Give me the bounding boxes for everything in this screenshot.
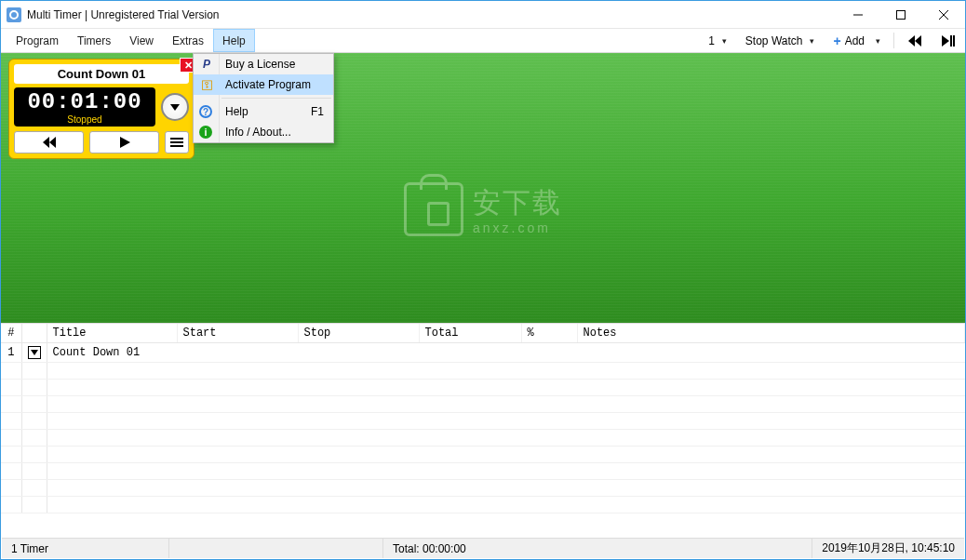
col-notes[interactable]: Notes (577, 324, 965, 343)
hamburger-icon (170, 136, 183, 149)
bag-icon (404, 182, 463, 236)
timer-grid[interactable]: # Title Start Stop Total % Notes 1 Count… (1, 323, 965, 537)
menubar: Program Timers View Extras Help 1▾ Stop … (1, 29, 965, 53)
timer-play-button[interactable] (89, 131, 159, 153)
timer-mode-value: Stop Watch (745, 34, 803, 47)
status-left: 1 Timer (2, 539, 169, 558)
help-help[interactable]: ? Help F1 (194, 101, 333, 122)
svg-marker-10 (43, 137, 49, 148)
table-row[interactable] (1, 497, 965, 513)
help-buy-license[interactable]: P Buy a License (194, 54, 333, 74)
toolbar-separator (893, 33, 894, 48)
help-shortcut: F1 (311, 105, 324, 118)
countdown-icon (28, 346, 41, 359)
key-icon: ⚿ (199, 77, 214, 92)
table-row[interactable] (1, 380, 965, 396)
col-start[interactable]: Start (177, 324, 298, 343)
timer-count-value: 1 (708, 34, 715, 47)
add-label: Add (845, 34, 865, 47)
info-icon: i (199, 126, 212, 139)
chevron-down-icon: ▾ (876, 36, 880, 46)
timer-time: 00:01:00 (14, 91, 155, 113)
col-type[interactable] (21, 324, 47, 343)
help-activate-label: Activate Program (225, 78, 311, 91)
svg-marker-12 (120, 137, 130, 148)
table-row[interactable] (1, 480, 965, 497)
svg-marker-9 (170, 104, 180, 111)
col-total[interactable]: Total (419, 324, 521, 343)
timer-mode-field[interactable]: Stop Watch▾ (736, 29, 825, 52)
col-title[interactable]: Title (47, 324, 177, 343)
table-row[interactable] (1, 413, 965, 430)
titlebar: Multi Timer | Unregistered Trial Version (1, 1, 965, 29)
play-pause-button[interactable] (932, 29, 965, 52)
menu-view[interactable]: View (120, 29, 163, 52)
timer-widget[interactable]: ✕ Count Down 01 00:01:00 Stopped (8, 59, 195, 159)
watermark-line1: 安下载 (473, 184, 562, 222)
col-num[interactable]: # (1, 324, 21, 343)
help-about-label: Info / About... (225, 126, 291, 139)
plus-icon: + (833, 33, 840, 48)
table-row[interactable]: 1 Count Down 01 (1, 343, 965, 363)
menu-extras[interactable]: Extras (163, 29, 213, 52)
table-row[interactable] (1, 430, 965, 447)
status-right: 2019年10月28日, 10:45:10 (812, 539, 964, 558)
table-row[interactable] (1, 447, 965, 463)
watermark-line2: anxz.com (473, 220, 562, 235)
timer-display: 00:01:00 Stopped (14, 87, 155, 127)
statusbar: 1 Timer Total: 00:00:00 2019年10月28日, 10:… (2, 538, 964, 558)
menu-timers[interactable]: Timers (68, 29, 120, 52)
workspace: 安下载 anxz.com ✕ Count Down 01 00:01:00 St… (1, 53, 965, 323)
svg-marker-4 (908, 35, 915, 47)
col-pct[interactable]: % (521, 324, 577, 343)
help-icon: ? (199, 105, 212, 118)
table-row[interactable] (1, 396, 965, 413)
help-dropdown: P Buy a License ⚿ Activate Program ? Hel… (193, 53, 334, 143)
menu-separator (221, 98, 331, 99)
svg-marker-6 (942, 35, 949, 47)
help-buy-label: Buy a License (225, 58, 295, 71)
status-center: Total: 00:00:00 (383, 539, 812, 558)
chevron-down-icon: ▾ (810, 36, 814, 46)
svg-marker-11 (49, 137, 56, 148)
help-about[interactable]: i Info / About... (194, 122, 333, 142)
paypal-icon: P (199, 57, 214, 72)
add-button[interactable]: +Add▾ (824, 29, 890, 52)
menu-help[interactable]: Help (213, 29, 255, 52)
window-title: Multi Timer | Unregistered Trial Version (27, 8, 220, 21)
chevron-down-icon: ▾ (722, 36, 727, 46)
app-icon (7, 7, 21, 22)
menu-program[interactable]: Program (7, 29, 68, 52)
rewind-button[interactable] (898, 29, 932, 52)
maximize-button[interactable] (879, 1, 922, 29)
svg-rect-7 (950, 35, 952, 47)
help-activate-program[interactable]: ⚿ Activate Program (194, 74, 333, 95)
grid-header-row: # Title Start Stop Total % Notes (1, 324, 965, 343)
status-blank1 (169, 539, 383, 558)
timer-dropdown-button[interactable] (161, 93, 189, 121)
svg-marker-5 (915, 35, 921, 47)
table-row[interactable] (1, 463, 965, 480)
close-button[interactable] (922, 1, 965, 29)
col-stop[interactable]: Stop (298, 324, 419, 343)
watermark: 安下载 anxz.com (404, 182, 562, 236)
timer-title[interactable]: Count Down 01 (14, 64, 189, 84)
help-help-label: Help (225, 105, 248, 118)
timer-rewind-button[interactable] (14, 131, 84, 153)
minimize-button[interactable] (837, 1, 879, 29)
svg-rect-8 (953, 35, 955, 47)
timer-count-field[interactable]: 1▾ (699, 29, 736, 52)
timer-status: Stopped (14, 114, 155, 125)
svg-rect-1 (897, 10, 906, 19)
table-row[interactable] (1, 363, 965, 380)
timer-menu-button[interactable] (165, 131, 189, 153)
